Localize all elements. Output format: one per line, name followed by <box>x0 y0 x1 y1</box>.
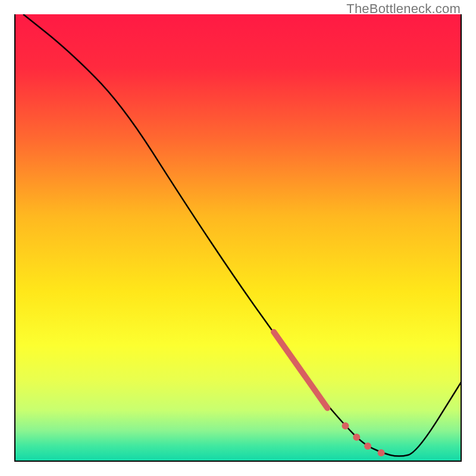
highlight-dot <box>378 449 385 456</box>
highlight-dot <box>364 443 371 450</box>
highlight-dot <box>353 434 360 441</box>
bottleneck-chart: TheBottleneck.com <box>0 0 476 476</box>
gradient-background <box>14 14 462 462</box>
plot-area <box>14 14 462 462</box>
highlight-dot <box>342 422 349 430</box>
chart-svg <box>14 14 462 462</box>
